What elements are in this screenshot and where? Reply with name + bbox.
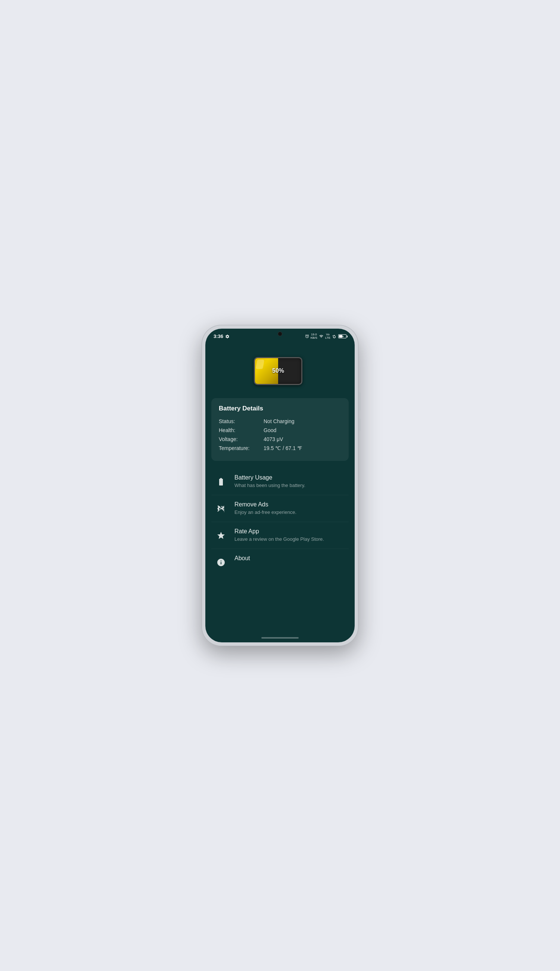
info-icon [217,558,225,567]
about-text: About [235,555,250,563]
remove-ads-subtitle: Enjoy an ad-free experience. [235,509,297,516]
battery-percentage: 50% [272,367,284,374]
network-speed: 19.0KB/S [311,333,317,340]
status-value: Not Charging [263,418,295,424]
signal-icon [332,334,337,339]
rate-app-text: Rate App Leave a review on the Google Pl… [235,528,324,543]
alarm-icon [305,334,309,339]
temperature-value: 19.5 ℃ / 67.1 ℉ [263,445,302,451]
front-camera [278,332,282,336]
battery-visual-container: 50% [205,346,355,398]
menu-item-battery-usage[interactable]: Battery Usage What has been using the ba… [211,468,349,495]
battery-details-title: Battery Details [219,405,341,412]
battery-status-icon: 50 [338,334,347,339]
status-bar: 3:36 19.0KB/S VoLTE [205,329,355,342]
voltage-label: Voltage: [219,436,263,442]
health-label: Health: [219,427,263,433]
detail-row-health: Health: Good [219,427,341,433]
battery-icon [217,477,225,486]
health-value: Good [263,427,276,433]
phone-frame: 3:36 19.0KB/S VoLTE [202,325,358,646]
wifi-icon [319,334,324,339]
remove-ads-title: Remove Ads [235,501,297,508]
detail-row-voltage: Voltage: 4073 μV [219,436,341,442]
detail-row-temperature: Temperature: 19.5 ℃ / 67.1 ℉ [219,445,341,451]
battery-usage-icon [214,475,228,489]
status-time: 3:36 [213,334,223,339]
camera-notch [278,332,282,336]
phone-screen: 3:36 19.0KB/S VoLTE [205,329,355,642]
remove-ads-icon-container [214,502,228,516]
battery-details-card: Battery Details Status: Not Charging Hea… [211,398,349,461]
battery-usage-text: Battery Usage What has been using the ba… [235,474,305,489]
star-icon [217,531,225,540]
voltage-value: 4073 μV [263,436,283,442]
home-indicator [205,633,355,642]
temperature-label: Temperature: [219,445,263,451]
status-time-area: 3:36 [213,334,230,339]
rate-app-subtitle: Leave a review on the Google Play Store. [235,536,324,543]
menu-item-rate-app[interactable]: Rate App Leave a review on the Google Pl… [211,522,349,549]
home-bar [261,637,299,639]
no-ads-icon [217,504,225,513]
about-icon-container [214,556,228,569]
menu-list: Battery Usage What has been using the ba… [205,468,355,576]
rate-app-title: Rate App [235,528,324,535]
rate-app-icon-container [214,529,228,542]
status-label: Status: [219,418,263,424]
menu-item-remove-ads[interactable]: Remove Ads Enjoy an ad-free experience. [211,495,349,522]
menu-item-about[interactable]: About [211,549,349,575]
about-title: About [235,555,250,562]
battery-usage-subtitle: What has been using the battery. [235,482,305,489]
battery-body: 50% [254,357,302,385]
battery-usage-title: Battery Usage [235,474,305,481]
battery-graphic: 50% [254,357,306,387]
screen-content[interactable]: 50% Battery Details Status: Not Charging… [205,342,355,633]
status-icons: 19.0KB/S VoLTE 50 [305,333,347,340]
settings-icon [225,334,230,339]
detail-row-status: Status: Not Charging [219,418,341,424]
lte-indicator: VoLTE [325,333,330,340]
remove-ads-text: Remove Ads Enjoy an ad-free experience. [235,501,297,516]
